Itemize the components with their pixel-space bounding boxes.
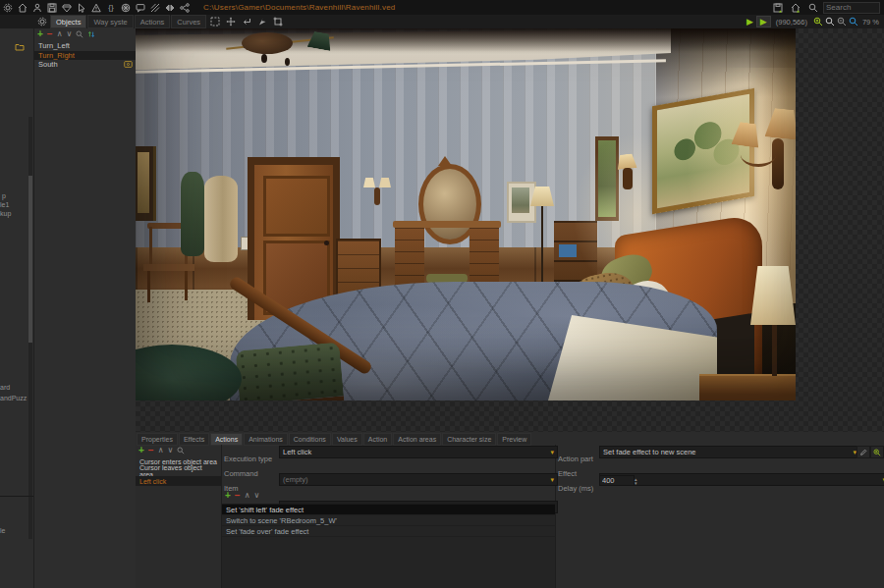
zoom-normal-icon[interactable] xyxy=(824,16,836,27)
warning-icon[interactable] xyxy=(89,1,103,14)
object-item-selected[interactable]: Turn_Right xyxy=(34,51,136,61)
step-up-button[interactable]: ∧ xyxy=(245,492,250,500)
edit-action-part-button[interactable] xyxy=(856,446,870,458)
search-action-part-button[interactable] xyxy=(870,446,884,458)
objects-toolbar: + − ∧ ∨ xyxy=(34,28,136,40)
chair-seat xyxy=(143,264,194,271)
home-quick-icon[interactable] xyxy=(789,1,802,14)
step-item[interactable]: Switch to scene 'RBedroom_5_W' xyxy=(222,515,555,526)
search-icon xyxy=(806,1,820,14)
cursor-coordinates: (990,566) xyxy=(776,18,807,27)
marquee-select-icon[interactable] xyxy=(207,16,223,27)
wall-picture-art xyxy=(138,152,149,213)
remove-event-button[interactable]: − xyxy=(148,446,154,455)
script-braces-icon[interactable]: {} xyxy=(104,1,118,14)
events-toolbar: + − ∧ ∨ xyxy=(136,445,221,456)
clipped-item-label: andPuzz xyxy=(0,395,27,401)
save-icon[interactable] xyxy=(45,1,59,14)
scrollbar-track[interactable] xyxy=(28,117,32,539)
view-toolbar: Objects Way syste Actions Curves ▶ ▶ (99… xyxy=(0,15,884,29)
play-button[interactable]: ▶ xyxy=(744,16,756,27)
interface-icon[interactable] xyxy=(60,1,74,14)
zoom-fit-icon[interactable] xyxy=(848,16,859,27)
event-up-button[interactable]: ∧ xyxy=(158,447,164,454)
object-item[interactable]: Turn_Left xyxy=(34,41,136,51)
action-part-column: Action part Set fade effect to new scene… xyxy=(556,445,884,588)
chair-leg xyxy=(185,271,188,300)
wall-photo-art xyxy=(512,187,529,213)
comment-icon[interactable] xyxy=(134,1,147,14)
ceiling-lamp-body xyxy=(242,32,293,54)
tab-objects[interactable]: Objects xyxy=(50,15,86,28)
add-step-button[interactable]: + xyxy=(225,491,231,501)
wheel-icon[interactable] xyxy=(119,1,133,14)
effect-dropdown[interactable]: Shift left ▾ xyxy=(599,473,884,486)
scene-canvas[interactable] xyxy=(136,28,884,432)
panel-divider xyxy=(0,496,33,497)
spinner-down-icon[interactable]: ▾ xyxy=(635,481,637,485)
transform-icon[interactable] xyxy=(270,16,286,27)
clipped-item-label: kup xyxy=(0,210,11,217)
pointer-icon[interactable] xyxy=(254,16,270,27)
search-box xyxy=(770,1,884,14)
share-icon[interactable] xyxy=(178,1,192,14)
scene-image[interactable] xyxy=(136,28,796,401)
save-quick-icon[interactable] xyxy=(771,1,785,14)
chevron-down-icon: ▾ xyxy=(550,476,554,484)
chevron-down-icon: ▾ xyxy=(550,449,554,456)
delay-input[interactable] xyxy=(599,475,635,486)
tab-way-system[interactable]: Way syste xyxy=(87,15,133,28)
move-up-button[interactable]: ∧ xyxy=(57,30,63,38)
return-arrow-icon[interactable] xyxy=(239,16,254,27)
event-item-selected[interactable]: Left click xyxy=(136,476,221,486)
corner-sconce-arm xyxy=(623,168,633,189)
add-event-button[interactable]: + xyxy=(138,446,144,455)
move-icon[interactable] xyxy=(223,16,239,27)
home-icon[interactable] xyxy=(16,1,29,14)
sort-objects-icon[interactable] xyxy=(87,30,95,38)
search-events-icon[interactable] xyxy=(177,447,185,454)
play-scene-button[interactable]: ▶ xyxy=(756,16,771,27)
ceiling-lamp-bulb xyxy=(261,54,267,63)
search-input[interactable] xyxy=(823,2,880,14)
tab-curves[interactable]: Curves xyxy=(171,15,206,28)
remove-step-button[interactable]: − xyxy=(235,491,241,501)
settings-icon[interactable] xyxy=(1,1,15,14)
step-down-button[interactable]: ∨ xyxy=(254,492,260,500)
execution-type-dropdown[interactable]: Left click ▾ xyxy=(279,446,558,458)
search-objects-icon[interactable] xyxy=(76,30,83,38)
event-down-button[interactable]: ∨ xyxy=(168,447,174,454)
scrollbar-thumb[interactable] xyxy=(28,176,32,343)
folder-icon[interactable] xyxy=(13,40,27,53)
event-item[interactable]: Cursor leaves object area xyxy=(136,466,221,476)
nightstand xyxy=(699,374,796,401)
command-dropdown[interactable]: (empty) ▾ xyxy=(279,473,558,486)
remove-object-button[interactable]: − xyxy=(47,29,53,39)
object-item[interactable]: South xyxy=(34,60,136,70)
sconce-bracket xyxy=(374,187,380,205)
bottom-tab-bar: Properties Effects Actions Animations Co… xyxy=(136,433,531,444)
chair-leg xyxy=(147,271,150,302)
zoom-level: 79 % xyxy=(862,18,879,27)
tufted-bench xyxy=(236,342,345,401)
step-item[interactable]: Set 'fade over' fade effect xyxy=(222,526,555,537)
right-sconce-arm xyxy=(741,142,776,167)
delay-spinner[interactable]: ▴ ▾ xyxy=(635,477,637,485)
step-item-selected[interactable]: Set 'shift left' fade effect xyxy=(222,505,555,515)
door-knob xyxy=(324,241,329,245)
move-down-button[interactable]: ∨ xyxy=(67,30,73,38)
delay-field: ▴ ▾ xyxy=(599,475,637,486)
zoom-in-icon[interactable] xyxy=(812,16,824,27)
tab-actions[interactable]: Actions xyxy=(135,15,171,28)
add-object-button[interactable]: + xyxy=(37,29,43,39)
steps-toolbar: + − ∧ ∨ xyxy=(222,490,262,502)
panel-settings-icon[interactable] xyxy=(34,16,50,27)
delay-label: Delay (ms) xyxy=(558,477,597,495)
hatch-icon[interactable] xyxy=(148,1,162,14)
zoom-out-icon[interactable] xyxy=(836,16,848,27)
arrows-icon[interactable] xyxy=(163,1,177,14)
clipped-item-label: le1 xyxy=(0,201,9,208)
action-part-dropdown[interactable]: Set fade effect to new scene ▾ xyxy=(599,446,860,458)
cursor-icon[interactable] xyxy=(75,1,88,14)
characters-icon[interactable] xyxy=(30,1,44,14)
